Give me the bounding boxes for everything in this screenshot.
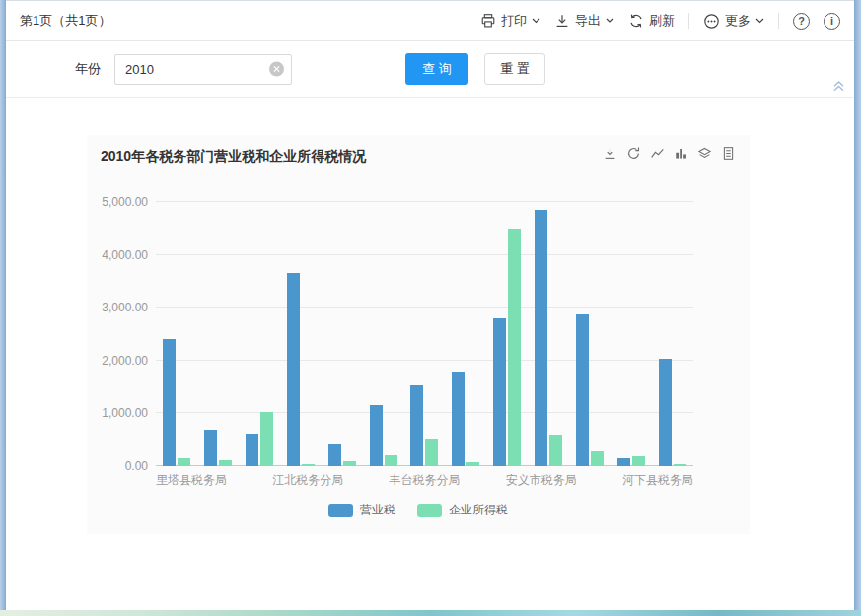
chevron-down-icon xyxy=(755,18,764,24)
bar-groups xyxy=(156,202,693,466)
legend-item[interactable]: 营业税 xyxy=(328,502,395,518)
info-icon[interactable]: i xyxy=(824,13,840,30)
stack-icon[interactable] xyxy=(697,146,712,161)
x-axis-labels: 里塔县税务局江北税务分局丰台税务分局安义市税务局河下县税务局 xyxy=(156,472,693,489)
export-button[interactable]: 导出 xyxy=(554,12,614,30)
bar-business-tax xyxy=(452,372,465,466)
bar-corporate-income-tax xyxy=(425,439,438,466)
bar-group xyxy=(156,202,197,466)
year-field-wrap xyxy=(114,54,292,85)
year-input[interactable] xyxy=(114,54,292,85)
line-chart-icon[interactable] xyxy=(650,146,665,161)
bar-corporate-income-tax xyxy=(302,464,315,466)
more-button[interactable]: 更多 xyxy=(703,12,764,30)
restore-icon[interactable] xyxy=(626,146,641,161)
export-label: 导出 xyxy=(575,12,601,30)
bar-business-tax xyxy=(204,430,217,466)
bar-group xyxy=(445,202,486,466)
printer-icon xyxy=(480,13,496,29)
bar-business-tax xyxy=(659,359,672,466)
x-tick-label: 安义市税务局 xyxy=(506,472,577,489)
y-axis-labels: 0.001,000.002,000.003,000.004,000.005,00… xyxy=(87,202,148,466)
page-indicator: 第1页（共1页） xyxy=(20,12,110,30)
chevron-down-icon xyxy=(532,18,540,24)
bar-corporate-income-tax xyxy=(385,455,397,466)
bar-group xyxy=(404,202,446,466)
x-tick-label: 丰台税务分局 xyxy=(390,472,461,489)
reset-button[interactable]: 重 置 xyxy=(484,53,545,85)
bar-business-tax xyxy=(287,273,300,466)
bar-business-tax xyxy=(576,314,589,466)
x-tick-label xyxy=(600,472,622,489)
bar-corporate-income-tax xyxy=(508,229,521,466)
app-window: 第1页（共1页） 打印 xyxy=(0,0,861,616)
chart-toolbox xyxy=(603,146,736,161)
legend-item[interactable]: 企业所得税 xyxy=(417,502,508,518)
toolbar-divider xyxy=(688,13,689,29)
bar-group xyxy=(610,202,652,466)
legend-swatch xyxy=(328,504,353,517)
bar-group xyxy=(239,202,280,466)
bar-corporate-income-tax xyxy=(178,458,190,466)
parameter-pane: 年份 查 询 重 置 xyxy=(6,41,854,98)
download-icon xyxy=(554,13,570,29)
y-tick-label: 3,000.00 xyxy=(102,301,148,314)
bar-business-tax xyxy=(163,339,176,466)
x-tick-label xyxy=(250,472,272,489)
bar-group xyxy=(322,202,363,466)
window-frame-right xyxy=(854,0,861,616)
bar-business-tax xyxy=(493,318,506,466)
refresh-button[interactable]: 刷新 xyxy=(628,12,675,30)
more-icon xyxy=(703,13,720,30)
window-frame-bottom xyxy=(0,610,861,616)
bar-chart-icon[interactable] xyxy=(674,146,688,161)
x-tick-label: 里塔县税务局 xyxy=(156,472,227,489)
collapse-params-button[interactable] xyxy=(832,78,845,96)
legend-label: 营业税 xyxy=(360,502,395,518)
x-tick-label xyxy=(483,472,506,489)
bar-corporate-income-tax xyxy=(591,451,604,466)
bar-corporate-income-tax xyxy=(260,412,273,466)
legend-label: 企业所得税 xyxy=(449,502,508,518)
x-tick-label xyxy=(577,472,600,489)
x-tick-label xyxy=(461,472,483,489)
y-tick-label: 4,000.00 xyxy=(102,248,148,262)
save-image-icon[interactable] xyxy=(603,146,617,161)
bar-group xyxy=(652,202,693,466)
bar-corporate-income-tax xyxy=(219,460,232,466)
bar-group xyxy=(197,202,239,466)
toolbar-divider xyxy=(778,13,779,29)
more-label: 更多 xyxy=(725,12,751,30)
top-toolbar: 第1页（共1页） 打印 xyxy=(6,1,854,41)
bar-corporate-income-tax xyxy=(343,461,356,466)
bar-corporate-income-tax xyxy=(674,464,686,466)
window-frame-left xyxy=(0,0,6,616)
chart-card: 2010年各税务部门营业税和企业所得税情况 xyxy=(87,135,750,534)
clear-input-icon[interactable] xyxy=(269,62,284,77)
bar-group xyxy=(280,202,322,466)
bar-group xyxy=(363,202,404,466)
plot-area: 0.001,000.002,000.003,000.004,000.005,00… xyxy=(156,202,693,466)
bar-business-tax xyxy=(410,385,423,466)
bar-corporate-income-tax xyxy=(632,456,645,466)
toolbar-actions: 打印 导出 xyxy=(480,12,840,30)
query-button[interactable]: 查 询 xyxy=(405,53,468,85)
refresh-icon xyxy=(628,13,644,29)
refresh-label: 刷新 xyxy=(649,12,675,30)
help-icon[interactable]: ? xyxy=(793,13,810,30)
y-tick-label: 2,000.00 xyxy=(102,354,148,368)
bar-group xyxy=(486,202,528,466)
y-tick-label: 1,000.00 xyxy=(102,406,148,420)
print-label: 打印 xyxy=(501,12,527,30)
x-tick-label: 江北税务分局 xyxy=(272,472,343,489)
data-view-icon[interactable] xyxy=(721,146,736,161)
bar-corporate-income-tax xyxy=(466,462,479,466)
chart-title: 2010年各税务部门营业税和企业所得税情况 xyxy=(101,148,366,166)
print-button[interactable]: 打印 xyxy=(480,12,540,30)
x-tick-label xyxy=(343,472,366,489)
x-tick-label: 河下县税务局 xyxy=(622,472,693,489)
y-tick-label: 0.00 xyxy=(125,459,148,473)
bar-business-tax xyxy=(617,458,630,466)
x-tick-label xyxy=(227,472,250,489)
bar-business-tax xyxy=(328,444,341,466)
